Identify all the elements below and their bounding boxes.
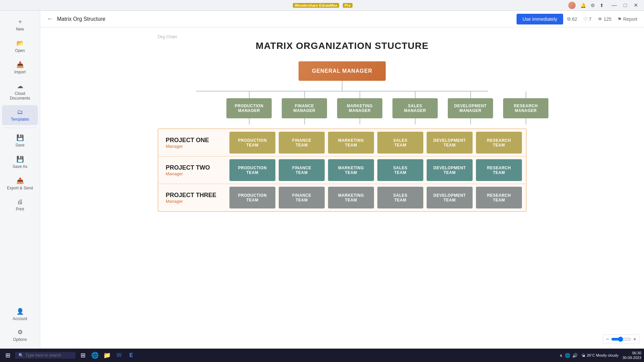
project-three-teams: PRODUCTIONTEAM FINANCETEAM MARKETINGTEAM… [229,187,522,208]
topbar-stats: ⧉ 62 ♡ 7 👁 125 ⚑ Report [567,16,637,22]
sound-icon[interactable]: 🔊 [572,353,578,358]
topbar: ← Matrix Org Structure Use immediately ⧉… [40,11,644,27]
general-manager-box: GENERAL MANAGER [299,61,386,81]
sidebar-item-account[interactable]: 👤 Account [2,304,38,324]
manager-col-2: FINANCEMANAGER [282,92,327,118]
p2-team-2: FINANCETEAM [279,159,325,181]
sidebar-divider [3,128,37,128]
p1-team-3: MARKETINGTEAM [328,132,374,154]
sidebar-item-print[interactable]: 🖨 Print [2,195,38,215]
sidebar-item-options[interactable]: ⚙ Options [2,325,38,345]
manager-box-5: DEVELOPMENTMANAGER [448,98,493,118]
manager-col-3: MARKETINGMANAGER [337,92,382,118]
templates-icon: 🗂 [17,109,23,116]
sidebar-item-import[interactable]: 📥 Import [2,58,38,78]
network-icon[interactable]: 🌐 [565,353,570,358]
maximize-button[interactable]: □ [622,1,629,9]
project-three-label: PROJECT THREE Manager [162,188,229,207]
weather-text: 26°C Mostly cloudy [587,353,618,357]
taskbar-app-word[interactable]: W [114,350,124,361]
project-one-label: PROJECT ONE Manager [162,133,229,152]
sidebar-item-print-label: Print [16,207,24,212]
saveas-icon: 💾 [16,156,24,163]
minimize-button[interactable]: — [609,1,619,9]
export-icon: 📤 [16,177,24,184]
org-chart-wrapper: Org Chart MATRIX ORGANIZATION STUCTURE G… [158,34,527,212]
share-icon[interactable]: ⬆ [600,3,604,8]
sidebar-item-templates[interactable]: 🗂 Templates [2,105,38,125]
project-two-role: Manager [166,171,226,176]
taskbar-app-browser[interactable]: 🌐 [90,350,100,361]
taskbar-app-widgets[interactable]: ⊞ [77,350,88,361]
general-manager-section: GENERAL MANAGER [158,61,527,92]
zoom-out-button[interactable]: − [606,336,609,342]
p1-team-4: SALESTEAM [377,132,423,154]
weather-widget: 🌤 26°C Mostly cloudy [582,353,618,357]
import-icon: 📥 [16,61,24,68]
zoom-in-button[interactable]: + [633,336,636,342]
user-avatar[interactable] [568,2,576,9]
project-one-name: PROJECT ONE [166,137,226,144]
project-one-row: PROJECT ONE Manager PRODUCTIONTEAM FINAN… [158,129,526,157]
p2-team-3: MARKETINGTEAM [328,159,374,181]
print-icon: 🖨 [17,198,23,205]
p2-team-5: DEVELOPMENTTEAM [427,159,473,181]
titlebar-icons: 🔔 ⚙ ⬆ [568,2,604,9]
main-layout: ＋ New 📂 Open 📥 Import ☁ Cloud Documents … [0,11,644,349]
diagram-area[interactable]: Org Chart MATRIX ORGANIZATION STUCTURE G… [40,27,644,349]
clock: 06:30 30-09-2023 [623,351,641,360]
sidebar-item-saveas[interactable]: 💾 Save As [2,152,38,172]
back-button[interactable]: ← [47,15,53,22]
sidebar-item-saveas-label: Save As [12,164,27,169]
project-three-name: PROJECT THREE [166,192,226,199]
manager-col-6: RESEARCHMANAGER [503,92,548,118]
app-title: Wondershare EdrawMax Pro [291,3,352,8]
sidebar-bottom: 👤 Account ⚙ Options [0,304,40,346]
views-count: 👁 125 [598,16,611,22]
p3-team-4: SALESTEAM [377,187,423,208]
manager-box-6: RESEARCHMANAGER [503,98,548,118]
org-label: Org Chart [158,34,527,39]
project-two-row: PROJECT TWO Manager PRODUCTIONTEAM FINAN… [158,157,526,184]
project-three-role: Manager [166,199,226,204]
open-icon: 📂 [16,40,24,47]
manager-col-5: DEVELOPMENTMANAGER [448,92,493,118]
search-input[interactable] [25,353,72,358]
p1-team-2: FINANCETEAM [279,132,325,154]
p3-team-5: DEVELOPMENTTEAM [427,187,473,208]
project-two-teams: PRODUCTIONTEAM FINANCETEAM MARKETINGTEAM… [229,159,522,181]
p2-team-4: SALESTEAM [377,159,423,181]
use-immediately-button[interactable]: Use immediately [517,14,563,24]
content-area: ← Matrix Org Structure Use immediately ⧉… [40,11,644,349]
project-one-role: Manager [166,144,226,149]
sidebar-item-save[interactable]: 💾 Save [2,131,38,151]
weather-icon: 🌤 [582,353,585,357]
taskbar-app-files[interactable]: 📁 [102,350,112,361]
zoom-slider[interactable] [611,337,631,342]
window-controls: — □ ✕ [609,1,640,9]
notification-icon[interactable]: 🔔 [580,3,586,8]
new-icon: ＋ [17,17,23,25]
sidebar-item-open[interactable]: 📂 Open [2,36,38,56]
sidebar-item-new[interactable]: ＋ New [2,14,38,35]
taskbar-search[interactable]: 🔍 [15,352,75,359]
report-button[interactable]: ⚑ Report [618,16,637,22]
manager-box-1: PRODUCTIONMANAGER [226,98,272,118]
settings-icon[interactable]: ⚙ [591,3,595,8]
sidebar-item-export[interactable]: 📤 Export & Send [2,174,38,194]
p3-team-2: FINANCETEAM [279,187,325,208]
search-icon: 🔍 [18,353,23,358]
pro-badge: Pro [343,3,352,8]
taskbar-right: ∧ 🌐 🔊 🌤 26°C Mostly cloudy 06:30 30-09-2… [559,351,641,360]
manager-box-4: SALESMANAGER [392,98,438,118]
sidebar-item-import-label: Import [14,70,25,74]
close-button[interactable]: ✕ [632,1,640,9]
sidebar-item-cloud[interactable]: ☁ Cloud Documents [2,79,38,104]
account-icon: 👤 [16,308,24,315]
managers-connectors: PRODUCTIONMANAGER FINANCEMANAGER MARKETI… [158,92,527,118]
p3-team-1: PRODUCTIONTEAM [229,187,275,208]
views-icon: 👁 [598,16,602,22]
taskbar-app-edraw[interactable]: E [126,350,137,361]
start-button[interactable]: ⊞ [3,351,13,360]
chevron-up-icon[interactable]: ∧ [559,353,563,358]
